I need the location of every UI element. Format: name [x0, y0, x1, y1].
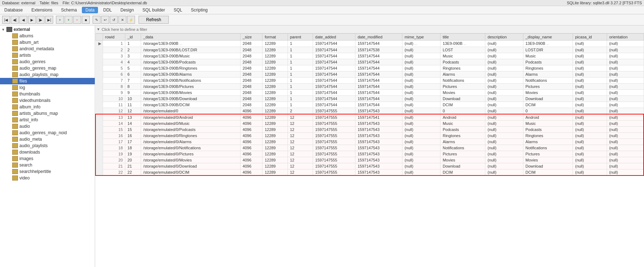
sidebar-item-artists[interactable]: artists	[0, 52, 95, 58]
table-row[interactable]: 1515/storage/emulated/0/Podcasts40961228…	[95, 126, 644, 132]
table-row[interactable]: 2121/storage/emulated/0/Download40961228…	[95, 163, 644, 169]
sidebar-item-artist-info[interactable]: artist_info	[0, 117, 95, 123]
data-cell: /storage/13E9-090B/LOST.DIR	[141, 47, 241, 53]
sidebar-item-images[interactable]: images	[0, 155, 95, 162]
menu-ddl[interactable]: DDL	[99, 6, 116, 14]
menu-sql-builder[interactable]: SQL builder	[138, 6, 169, 14]
sidebar-item-downloads[interactable]: downloads	[0, 149, 95, 155]
col-size[interactable]: _size	[240, 34, 262, 41]
toolbar-add-btn[interactable]: +	[56, 16, 64, 24]
table-row[interactable]: ▶11/storage/13E9-090B ...204812289115971…	[95, 41, 644, 47]
table-row[interactable]: 1616/storage/emulated/0/Ringtones4096122…	[95, 132, 644, 139]
table-row[interactable]: 55/storage/13E9-090B/Ringtones2048122891…	[95, 65, 644, 71]
table-row[interactable]: 44/storage/13E9-090B/Podcasts20481228911…	[95, 59, 644, 65]
menu-schema[interactable]: Schema	[57, 6, 81, 14]
table-row[interactable]: 77/storage/13E9-090B/Notifications204812…	[95, 77, 644, 83]
table-row[interactable]: 1818/storage/emulated/0/Notifications409…	[95, 145, 644, 151]
description-cell: (null)	[485, 102, 523, 108]
sidebar-item-files[interactable]: files	[0, 78, 95, 84]
toolbar-prev-page-btn[interactable]: ◀|	[11, 16, 19, 24]
table-row[interactable]: 1313/storage/emulated/0/Android409612289…	[95, 114, 644, 121]
format-cell: 12289	[262, 95, 288, 102]
col-format[interactable]: format	[262, 34, 288, 41]
sidebar-item-album-info[interactable]: album_info	[0, 104, 95, 110]
refresh-button[interactable]: Refresh	[139, 16, 169, 24]
table-row[interactable]: 66/storage/13E9-090B/Alarms2048122891159…	[95, 71, 644, 77]
table-row[interactable]: 99/storage/13E9-090B/Movies2048122891159…	[95, 89, 644, 95]
toolbar-redo-btn[interactable]: ↺	[110, 16, 118, 24]
id-cell: 12	[125, 108, 141, 114]
sidebar-item-audio-playlists-map[interactable]: audio_playlists_map	[0, 71, 95, 78]
toolbar-edit-btn[interactable]: ✎	[93, 16, 101, 24]
description-cell: (null)	[485, 151, 523, 157]
sidebar-item-artists-albums-map[interactable]: artists_albums_map	[0, 110, 95, 117]
table-icon	[12, 169, 18, 174]
col-mime-type[interactable]: mime_type	[402, 34, 440, 41]
toolbar-next-btn[interactable]: ▶	[28, 16, 36, 24]
table-row[interactable]: 1212/storage/emulated/040961228921597147…	[95, 108, 644, 114]
col-date-added[interactable]: date_added	[313, 34, 355, 41]
menu-data[interactable]: Data	[82, 7, 98, 13]
table-row[interactable]: 33/storage/13E9-090B/Music20481228911597…	[95, 53, 644, 59]
title-cell: Pictures	[440, 151, 485, 157]
col-data[interactable]: _data	[141, 34, 241, 41]
table-row[interactable]: 1414/storage/emulated/0/Music40961228912…	[95, 120, 644, 126]
col-id[interactable]: _id	[125, 34, 141, 41]
menu-scripting[interactable]: Scripting	[187, 6, 212, 14]
menu-design[interactable]: Design	[116, 6, 138, 14]
mime-type-cell: (null)	[402, 163, 440, 169]
table-row[interactable]: 2222/storage/emulated/0/DCIM409612289121…	[95, 169, 644, 175]
col-date-modified[interactable]: date_modified	[355, 34, 402, 41]
sidebar-item-audio-genres-map[interactable]: audio_genres_map	[0, 65, 95, 71]
menu-extensions[interactable]: Extensions	[27, 6, 57, 14]
toolbar-cancel-btn[interactable]: ✕	[118, 16, 126, 24]
table-row[interactable]: 1717/storage/emulated/0/Alarms4096122891…	[95, 139, 644, 145]
menu-database[interactable]: Database	[0, 6, 27, 14]
toolbar-undo-btn[interactable]: ↩	[101, 16, 109, 24]
toolbar-stop-btn[interactable]: ■	[82, 16, 90, 24]
table-icon	[12, 150, 18, 155]
table-row[interactable]: 1111/storage/13E9-090B/DCIM2048122891159…	[95, 102, 644, 108]
sidebar-item-log[interactable]: log	[0, 84, 95, 91]
col-rowid[interactable]: rowid	[103, 34, 125, 41]
sidebar-item-videothumbnails[interactable]: videothumbnails	[0, 97, 95, 104]
toolbar-copy-add-btn[interactable]: +	[65, 16, 73, 24]
sidebar-item-audio-genres-map-noid[interactable]: audio_genres_map_noid	[0, 130, 95, 136]
data-cell: /storage/emulated/0/DCIM	[141, 169, 241, 175]
sidebar-item-audio[interactable]: audio	[0, 123, 95, 130]
table-container[interactable]: rowid _id _data _size format parent date…	[95, 33, 644, 267]
sidebar-item-search[interactable]: search	[0, 162, 95, 168]
table-row[interactable]: 1919/storage/emulated/0/Pictures40961228…	[95, 151, 644, 157]
col-picasa-id[interactable]: picasa_id	[573, 34, 607, 41]
toolbar-first-btn[interactable]: |◀	[2, 16, 10, 24]
toolbar-commit-btn[interactable]: ⚡	[127, 16, 135, 24]
toolbar-next-page-btn[interactable]: |▶	[37, 16, 45, 24]
sidebar-item-android-metadata[interactable]: android_metadata	[0, 46, 95, 52]
toolbar-prev-btn[interactable]: ◀	[19, 16, 27, 24]
sidebar-item-audio-genres[interactable]: audio_genres	[0, 58, 95, 65]
sidebar-item-album-art[interactable]: album_art	[0, 39, 95, 46]
sidebar-item-audio-playlists[interactable]: audio_playlists	[0, 142, 95, 149]
col-parent[interactable]: parent	[288, 34, 313, 41]
table-row[interactable]: 22/storage/13E9-090B/LOST.DIR20481228911…	[95, 47, 644, 53]
mime-type-cell: (null)	[402, 108, 440, 114]
picasa-id-cell: (null)	[573, 102, 607, 108]
sidebar-item-albums[interactable]: albums	[0, 33, 95, 39]
col-orientation[interactable]: orientation	[607, 34, 644, 41]
sidebar-item-thumbnails[interactable]: thumbnails	[0, 91, 95, 97]
sidebar-item-searchhelpertitle[interactable]: searchhelpertitle	[0, 168, 95, 175]
display-name-cell: Notifications	[523, 77, 573, 83]
toolbar-delete-btn[interactable]: −	[73, 16, 81, 24]
col-title[interactable]: title	[440, 34, 485, 41]
col-display-name[interactable]: _display_name	[523, 34, 573, 41]
sidebar-item-video[interactable]: video	[0, 175, 95, 181]
rowid-cell: 21	[103, 163, 125, 169]
col-description[interactable]: description	[485, 34, 523, 41]
menu-sql[interactable]: SQL	[169, 6, 187, 14]
row-arrow-cell	[95, 114, 103, 121]
sidebar-item-audio-meta[interactable]: audio_meta	[0, 136, 95, 142]
table-row[interactable]: 1010/storage/13E9-090B/Download204812289…	[95, 95, 644, 102]
table-row[interactable]: 2020/storage/emulated/0/Movies4096122891…	[95, 157, 644, 163]
toolbar-last-btn[interactable]: ▶|	[45, 16, 53, 24]
table-row[interactable]: 88/storage/13E9-090B/Pictures20481228911…	[95, 83, 644, 89]
